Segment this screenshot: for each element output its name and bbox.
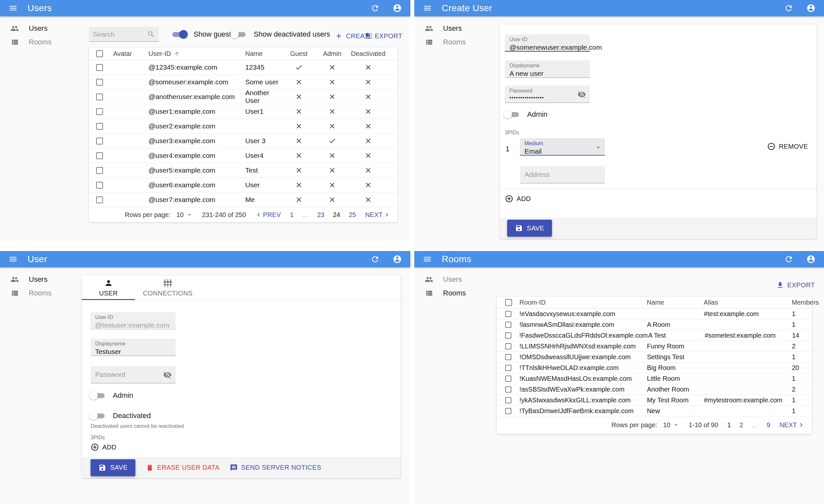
table-row[interactable]: @user4:example.com User4 (89, 148, 398, 163)
page-number[interactable]: 24 (333, 211, 340, 219)
sidebar-item-users[interactable]: Users (0, 22, 84, 35)
table-row[interactable]: @user2:example.com (89, 119, 398, 134)
deactivated-switch[interactable] (89, 411, 108, 421)
admin-switch[interactable] (503, 110, 522, 119)
password-field[interactable]: Password (91, 366, 176, 383)
row-checkbox[interactable] (505, 376, 511, 382)
table-row[interactable]: @12345:example.com 12345 (89, 60, 398, 75)
rows-per-page-value[interactable]: 10 (177, 211, 184, 219)
row-checkbox[interactable] (505, 333, 511, 339)
row-checkbox[interactable] (505, 354, 511, 360)
hamburger-menu-button[interactable] (423, 255, 432, 264)
table-row[interactable]: !eVasdacvxysewus:example.com #test:examp… (497, 308, 812, 319)
search-input[interactable] (93, 30, 144, 38)
table-row[interactable]: !FasdweDssccaGLdsFRddsOl:example.com A T… (497, 330, 812, 341)
search-field[interactable] (89, 27, 159, 42)
table-row[interactable]: !LLIMSSNHrhRjsdWNXsd:example.com Funny R… (497, 341, 812, 352)
select-all-checkbox[interactable] (505, 299, 512, 306)
rows-per-page-value[interactable]: 10 (663, 421, 670, 429)
save-button[interactable]: SAVE (91, 459, 135, 476)
tab-user[interactable]: USER (82, 275, 135, 300)
add-threepid-button[interactable]: ADD (505, 195, 531, 203)
row-checkbox[interactable] (505, 408, 511, 414)
refresh-button[interactable] (371, 255, 380, 264)
export-button[interactable]: EXPORT (364, 32, 402, 40)
sidebar-item-users[interactable]: Users (0, 273, 84, 286)
row-checkbox[interactable] (96, 94, 103, 100)
row-checkbox[interactable] (96, 138, 103, 144)
table-row[interactable]: !OMSDsdweassllUUjjwe:example.com Setting… (497, 352, 812, 363)
displayname-field[interactable]: Displayname A new user (505, 60, 590, 78)
tab-connections[interactable]: CONNECTIONS (135, 275, 200, 300)
table-row[interactable]: !asSBSlsdWEvaXwPk:example.com Another Ro… (497, 384, 812, 395)
account-button[interactable] (393, 4, 402, 13)
header-room-id[interactable]: Room-ID (517, 299, 643, 306)
displayname-field[interactable]: Displayname Testuser (91, 339, 176, 356)
row-checkbox[interactable] (96, 152, 103, 159)
visibility-off-icon[interactable] (163, 371, 172, 379)
address-field[interactable]: Address (520, 166, 605, 183)
refresh-button[interactable] (784, 255, 793, 264)
dropdown-caret-icon[interactable] (186, 211, 193, 218)
row-checkbox[interactable] (505, 322, 511, 328)
table-row[interactable]: !TyBasDmweIJdfFaeBmk:example.com New 1 (497, 406, 812, 416)
sidebar-item-rooms[interactable]: Rooms (0, 35, 84, 49)
refresh-button[interactable] (371, 4, 380, 13)
refresh-button[interactable] (784, 4, 793, 13)
sidebar-item-rooms[interactable]: Rooms (0, 286, 84, 300)
show-deactivated-switch[interactable] (229, 29, 248, 39)
table-row[interactable]: @user5:example.com Test (89, 163, 398, 178)
page-number[interactable]: 9 (767, 421, 770, 429)
account-button[interactable] (393, 255, 402, 264)
table-row[interactable]: !TTnlslkHHweOLAD:example.com Big Room 20 (497, 363, 812, 373)
export-button[interactable]: EXPORT (776, 281, 815, 289)
next-page-button[interactable]: NEXT (365, 211, 390, 219)
send-server-notices-button[interactable]: SEND SERVER NOTICES (230, 464, 321, 472)
row-checkbox[interactable] (505, 386, 511, 393)
row-checkbox[interactable] (96, 182, 103, 188)
prev-page-button[interactable]: PREV (255, 211, 281, 219)
sidebar-item-rooms[interactable]: Rooms (414, 286, 499, 300)
password-field[interactable]: Password •••••••••••••••• (505, 86, 590, 103)
page-number[interactable]: 2 (739, 421, 743, 429)
table-row[interactable]: @user3:example.com User 3 (89, 134, 398, 148)
admin-switch[interactable] (89, 391, 108, 400)
hamburger-menu-button[interactable] (423, 4, 432, 13)
next-page-button[interactable]: NEXT (780, 421, 805, 429)
erase-user-data-button[interactable]: ERASE USER DATA (146, 464, 219, 472)
row-checkbox[interactable] (505, 343, 511, 349)
table-row[interactable]: !ykAStwxasdwsKkxGILL:example.com My Test… (497, 395, 812, 406)
row-checkbox[interactable] (96, 197, 103, 203)
sidebar-item-users[interactable]: Users (414, 22, 499, 35)
row-checkbox[interactable] (505, 365, 511, 371)
table-row[interactable]: @user7:example.com Me (89, 193, 398, 207)
save-button[interactable]: SAVE (507, 220, 552, 237)
sidebar-item-rooms[interactable]: Rooms (414, 35, 499, 49)
visibility-off-icon[interactable] (578, 90, 586, 99)
medium-select[interactable]: Medium Email (520, 138, 605, 156)
page-number[interactable]: 25 (348, 211, 356, 219)
row-checkbox[interactable] (96, 64, 103, 71)
page-number[interactable]: 1 (290, 211, 294, 219)
remove-threepid-button[interactable]: REMOVE (767, 142, 808, 151)
hamburger-menu-button[interactable] (8, 255, 18, 264)
account-button[interactable] (806, 255, 816, 264)
row-checkbox[interactable] (96, 167, 103, 174)
dropdown-caret-icon[interactable] (672, 421, 680, 428)
show-guests-switch[interactable] (169, 29, 188, 39)
add-threepid-button[interactable]: ADD (91, 443, 116, 452)
table-row[interactable]: @someuser:example.com Some user (89, 75, 398, 90)
row-checkbox[interactable] (96, 108, 103, 115)
hamburger-menu-button[interactable] (8, 4, 18, 13)
table-row[interactable]: !KuasNWEMasdHasLOs:example.com Little Ro… (497, 373, 812, 384)
page-number[interactable]: 23 (317, 211, 324, 219)
table-row[interactable]: @user1:example.com User1 (89, 104, 398, 119)
row-checkbox[interactable] (505, 311, 511, 317)
select-all-checkbox[interactable] (96, 50, 103, 57)
account-button[interactable] (806, 4, 816, 13)
row-checkbox[interactable] (96, 79, 103, 86)
user-id-field[interactable]: User-ID @somenewuser:example.com (505, 34, 590, 52)
table-row[interactable]: !lasmnwASmDllasi:example.com A Room 1 (497, 319, 812, 330)
sidebar-item-users[interactable]: Users (414, 273, 499, 286)
table-row[interactable]: @anotheruser:example.com Another User (89, 90, 398, 104)
